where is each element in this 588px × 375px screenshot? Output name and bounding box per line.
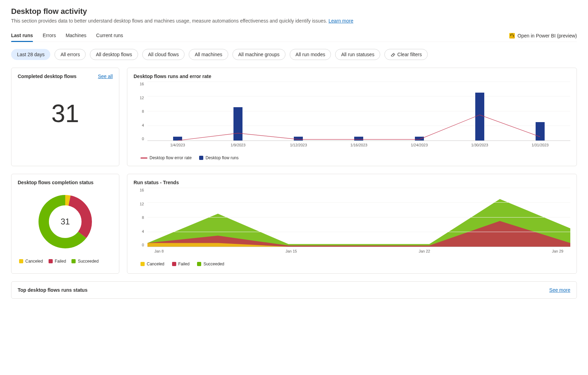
runs-error-xaxis: 1/4/20231/9/20231/12/20231/16/20231/24/2…	[147, 141, 570, 147]
powerbi-icon	[509, 33, 515, 39]
runs-error-plot	[147, 82, 570, 141]
filter-time-range[interactable]: Last 28 days	[11, 49, 50, 60]
trends-plot	[147, 188, 570, 247]
runs-error-yaxis: 1612840	[134, 82, 146, 141]
filter-run-statuses[interactable]: All run statuses	[335, 49, 380, 60]
filter-machines[interactable]: All machines	[189, 49, 228, 60]
runs-error-card: Desktop flows runs and error rate 161284…	[127, 68, 577, 166]
tab-last-runs[interactable]: Last runs	[11, 30, 33, 42]
clear-filters-button[interactable]: Clear filters	[384, 49, 428, 60]
see-all-link[interactable]: See all	[98, 74, 113, 79]
donut-center-label: 31	[36, 192, 95, 251]
page-description: This section provides data to better und…	[11, 18, 577, 24]
trends-card: Run status - Trends 1612840 Jan 8Jan 15J…	[127, 174, 577, 274]
completed-flows-card: Completed desktop flows See all 31	[11, 68, 119, 166]
learn-more-link[interactable]: Learn more	[329, 18, 353, 24]
tab-current-runs[interactable]: Current runs	[96, 30, 123, 42]
completion-donut: 31	[36, 192, 95, 251]
filter-errors[interactable]: All errors	[54, 49, 86, 60]
completed-count: 31	[18, 82, 113, 148]
trends-xaxis: Jan 8Jan 15Jan 22Jan 29	[147, 247, 570, 253]
eraser-icon	[390, 52, 395, 57]
tab-bar: Last runs Errors Machines Current runs	[11, 30, 509, 42]
completion-legend: CanceledFailedSucceeded	[18, 259, 113, 264]
filter-bar: Last 28 days All errors All desktop flow…	[11, 49, 577, 60]
filter-desktop-flows[interactable]: All desktop flows	[90, 49, 138, 60]
tab-errors[interactable]: Errors	[43, 30, 56, 42]
runs-error-title: Desktop flows runs and error rate	[134, 74, 211, 79]
page-title: Desktop flow activity	[11, 7, 577, 16]
filter-run-modes[interactable]: All run modes	[290, 49, 331, 60]
trends-legend: CanceledFailedSucceeded	[140, 262, 570, 266]
trends-title: Run status - Trends	[134, 180, 179, 185]
completion-status-card: Desktop flows completion status 31 Cance…	[11, 174, 119, 274]
top-runs-card: Top desktop flows runs status See more	[11, 281, 577, 299]
filter-cloud-flows[interactable]: All cloud flows	[142, 49, 185, 60]
completed-flows-title: Completed desktop flows	[18, 74, 77, 79]
runs-error-legend: Desktop flow error rate Desktop flow run…	[140, 155, 570, 160]
top-runs-title: Top desktop flows runs status	[18, 287, 87, 293]
tab-machines[interactable]: Machines	[66, 30, 86, 42]
see-more-link[interactable]: See more	[549, 287, 570, 293]
filter-machine-groups[interactable]: All machine groups	[232, 49, 286, 60]
completion-status-title: Desktop flows completion status	[18, 180, 94, 185]
open-powerbi-button[interactable]: Open in Power BI (preview)	[509, 33, 577, 39]
trends-yaxis: 1612840	[134, 188, 146, 247]
